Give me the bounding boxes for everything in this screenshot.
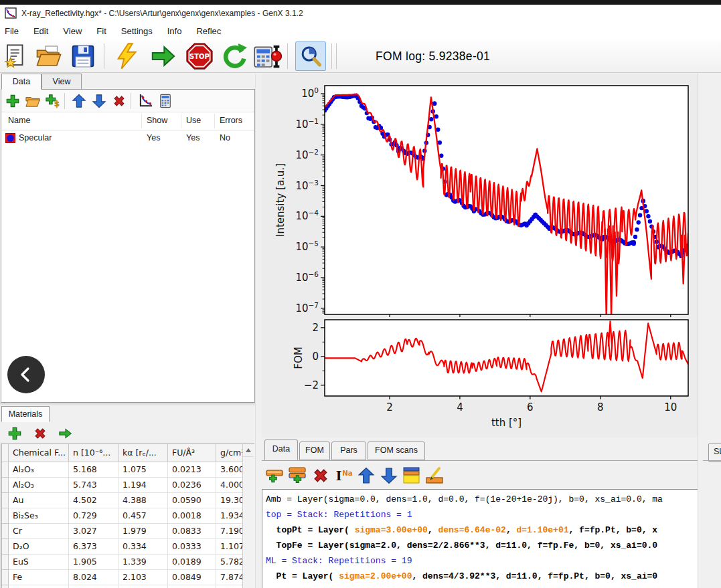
svg-text:2: 2 <box>386 401 393 413</box>
insert-layer-button[interactable] <box>264 465 286 486</box>
materials-column-header[interactable]: Chemical F... <box>9 444 69 462</box>
data-marker-icon <box>5 133 15 143</box>
svg-text:10−3: 10−3 <box>295 179 319 192</box>
svg-text:Na: Na <box>342 469 353 477</box>
tab-plot-data[interactable]: Data <box>264 439 298 460</box>
materials-scrollbar[interactable] <box>242 444 254 588</box>
reflectivity-plot: 10010−110−210−310−410−510−610−724681020−… <box>262 74 698 437</box>
title-bar: X-ray_Reflectivity.hgx* - C:\Users\Artur… <box>0 5 721 22</box>
tab-materials[interactable]: Materials <box>1 406 50 422</box>
materials-column-header[interactable]: n [10⁻⁶... <box>69 444 118 462</box>
column-separator <box>181 114 181 128</box>
tab-plot-fom[interactable]: FOM <box>299 442 330 460</box>
menu-view[interactable]: View <box>56 26 89 36</box>
svg-text:10−4: 10−4 <box>295 209 319 222</box>
data-toolbar: $ <box>1 90 254 112</box>
menu-file[interactable]: File <box>0 26 26 36</box>
green-arrow-icon <box>58 426 73 441</box>
sample-view-button[interactable] <box>401 465 422 486</box>
load-data-button[interactable] <box>24 92 42 110</box>
menu-info[interactable]: Info <box>160 26 189 36</box>
model-script-view[interactable]: Amb = Layer(sigma=0.0, dens=1.0, d=0.0, … <box>262 489 702 588</box>
menu-settings[interactable]: Settings <box>114 26 160 36</box>
scroll-up-icon[interactable] <box>243 444 254 457</box>
svg-text:100: 100 <box>301 86 319 100</box>
rename-button[interactable]: I Na <box>333 465 354 486</box>
zoom-icon <box>299 44 323 68</box>
tab-data[interactable]: Data <box>1 74 42 90</box>
table-row[interactable]: EuS1.9051.3390.01895.782 <box>2 555 244 570</box>
apply-material-button[interactable] <box>57 425 74 442</box>
materials-column-header[interactable]: FU/Å³ <box>168 444 216 462</box>
delete-data-button[interactable] <box>110 92 128 110</box>
start-fit-button[interactable] <box>112 42 141 70</box>
menu-edit[interactable]: Edit <box>26 26 56 36</box>
new-model-button[interactable] <box>2 42 30 70</box>
red-x-icon <box>112 94 127 108</box>
add-material-button[interactable] <box>6 425 23 442</box>
svg-text:10−6: 10−6 <box>295 270 319 284</box>
plus-icon <box>5 94 20 108</box>
row-gutter <box>2 444 9 462</box>
run-simulation-button[interactable] <box>149 42 177 70</box>
tab-view[interactable]: View <box>42 74 82 90</box>
add-simulation-button[interactable]: $ <box>44 92 62 110</box>
column-errors[interactable]: Errors <box>220 116 242 125</box>
column-use[interactable]: Use <box>186 116 201 125</box>
delete-item-button[interactable] <box>310 465 331 486</box>
column-show[interactable]: Show <box>147 116 167 125</box>
folder-plot-icon <box>25 94 40 108</box>
save-model-button[interactable] <box>69 42 97 70</box>
script-line: TopFe = Layer(sigma=2.0, dens=2/2.866**3… <box>266 538 701 553</box>
red-x-icon <box>33 426 48 441</box>
materials-column-header[interactable]: kα [rₑ/... <box>118 444 168 462</box>
horizontal-splitter[interactable] <box>0 403 255 405</box>
table-row[interactable]: Fe8.0242.1030.08497.874 <box>2 570 244 585</box>
materials-column-header[interactable]: g/cm³ <box>216 444 244 462</box>
column-name[interactable]: Name <box>8 116 30 125</box>
svg-text:10−5: 10−5 <box>295 239 319 253</box>
materials-table[interactable]: Chemical F...n [10⁻⁶...kα [rₑ/...FU/Å³g/… <box>1 444 244 588</box>
plot-settings-button[interactable] <box>137 92 154 110</box>
table-row[interactable]: Al₂O₃5.7431.1940.02364.000 <box>2 478 244 493</box>
stop-icon: STOP <box>186 43 213 70</box>
simulate-calculator-icon <box>254 43 282 70</box>
table-row[interactable]: D₂O6.3730.3340.03331.107 <box>2 539 244 555</box>
toolbar-separator <box>104 43 104 69</box>
edit-sample-button[interactable] <box>424 465 445 486</box>
open-model-button[interactable] <box>35 42 63 70</box>
tab-plot-pars[interactable]: Pars <box>331 442 366 460</box>
add-data-button[interactable] <box>4 92 21 110</box>
table-row[interactable]: Bi₂Se₃0.7290.4570.00181.934 <box>2 508 244 524</box>
table-row[interactable]: Al₂O₃5.1681.0750.02133.600 <box>2 462 244 478</box>
plus-icon <box>7 426 22 441</box>
menu-reflec[interactable]: Reflec <box>189 26 228 36</box>
up-arrow-icon <box>357 467 375 484</box>
calc-error-button[interactable] <box>254 42 282 70</box>
delete-material-button[interactable] <box>31 425 49 442</box>
plot-tab-bar: Data FOM Pars FOM scans <box>262 440 698 460</box>
left-tab-bar: DataView <box>1 74 82 90</box>
move-item-down-button[interactable] <box>378 465 400 486</box>
restart-fit-button[interactable] <box>220 42 248 70</box>
table-row[interactable]: Cr3.0271.9790.08337.190 <box>2 524 244 539</box>
move-up-button[interactable] <box>70 92 88 110</box>
zoom-button[interactable] <box>295 41 326 71</box>
svg-text:Intensity [a.u.]: Intensity [a.u.] <box>274 163 287 237</box>
menu-bar: File Edit View Fit Settings Info Reflec <box>0 22 721 40</box>
menu-fit[interactable]: Fit <box>89 26 113 36</box>
table-row[interactable]: Fe₂O₃6.3113.1520.030614.000 <box>2 585 244 588</box>
new-file-icon <box>3 43 29 69</box>
collapse-panel-button[interactable] <box>7 356 45 393</box>
calc-button[interactable] <box>157 92 174 110</box>
tab-sld[interactable]: SL <box>708 443 721 462</box>
data-row-specular[interactable]: Specular Yes Yes No <box>1 130 254 147</box>
tab-plot-fomscans[interactable]: FOM scans <box>368 442 425 460</box>
background-window-strip <box>0 0 721 5</box>
sld-panel: SL <box>703 74 721 588</box>
move-down-button[interactable] <box>90 92 108 110</box>
insert-stack-button[interactable] <box>287 465 309 486</box>
move-item-up-button[interactable] <box>355 465 377 486</box>
stop-fit-button[interactable]: STOP <box>185 42 214 70</box>
table-row[interactable]: Au4.5024.3880.059019.300 <box>2 493 244 508</box>
